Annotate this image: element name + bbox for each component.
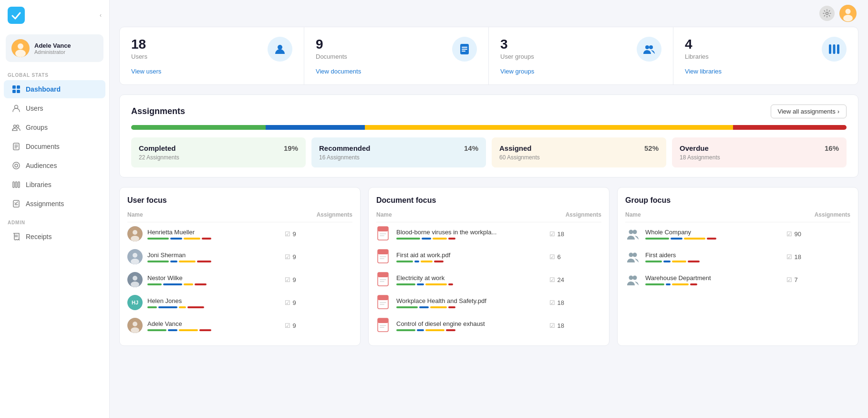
- svg-rect-58: [378, 272, 388, 277]
- group-icon: [625, 249, 641, 264]
- svg-rect-35: [833, 44, 836, 54]
- avatar: [11, 39, 30, 57]
- check-icon: ☑: [549, 230, 555, 238]
- assignments-section: Assignments View all assignments › Compl…: [119, 94, 858, 178]
- svg-rect-6: [17, 90, 20, 93]
- svg-rect-50: [378, 227, 388, 231]
- user-role: Administrator: [34, 49, 71, 55]
- focus-row: User focus Name Assignments Henrietta Mu…: [119, 187, 858, 346]
- view-groups-link[interactable]: View groups: [500, 68, 534, 75]
- svg-rect-68: [380, 327, 384, 328]
- assigned-title: Assigned: [499, 144, 532, 152]
- view-all-assignments-button[interactable]: View all assignments ›: [771, 104, 847, 118]
- documents-icon: [11, 142, 21, 151]
- table-row: Control of diesel engine exhaust ☑ 18: [376, 314, 601, 337]
- sidebar-item-dashboard[interactable]: Dashboard: [4, 80, 105, 98]
- completed-title: Completed: [139, 144, 176, 152]
- stat-documents-label: Documents: [316, 53, 361, 60]
- topbar-user-avatar[interactable]: [839, 5, 857, 22]
- sidebar-item-audiences-label: Audiences: [26, 162, 57, 169]
- table-row: Nestor Wilke ☑ 9: [127, 268, 352, 291]
- user-focus-col-assignments: Assignments: [285, 211, 352, 222]
- sidebar-item-receipts[interactable]: Receipts: [4, 228, 105, 246]
- svg-point-72: [633, 253, 637, 257]
- stat-groups-number: 3: [500, 37, 534, 52]
- svg-rect-66: [378, 318, 388, 323]
- user-info: Adele Vance Administrator: [34, 42, 71, 55]
- svg-point-2: [15, 50, 26, 57]
- sidebar-item-groups[interactable]: Groups: [4, 118, 105, 136]
- check-icon: ☑: [549, 299, 555, 306]
- overdue-title: Overdue: [680, 144, 709, 152]
- stat-libraries-number: 4: [685, 37, 722, 52]
- svg-point-69: [629, 230, 633, 234]
- libraries-stat-icon: [822, 37, 847, 62]
- check-icon: ☑: [285, 299, 290, 306]
- sidebar-item-libraries[interactable]: Libraries: [4, 176, 105, 194]
- check-icon: ☑: [285, 276, 290, 283]
- audiences-icon: [11, 161, 21, 170]
- assignment-card-overdue: Overdue 16% 18 Assignments: [672, 137, 847, 167]
- sidebar-logo-area: ‹: [0, 0, 109, 31]
- group-focus-card: Group focus Name Assignments: [617, 187, 858, 346]
- assigned-sub: 60 Assignments: [499, 154, 659, 161]
- avatar: HJ: [127, 295, 143, 310]
- sidebar-item-users[interactable]: Users: [4, 99, 105, 117]
- assigned-pct: 52%: [644, 144, 659, 152]
- group-focus-col-name: Name: [625, 211, 786, 222]
- assignment-card-completed: Completed 19% 22 Assignments: [131, 137, 306, 167]
- table-row: Workplace Health and Safety.pdf ☑ 18: [376, 291, 601, 314]
- sidebar-item-documents[interactable]: Documents: [4, 137, 105, 156]
- svg-rect-51: [380, 233, 386, 234]
- document-icon: [376, 226, 392, 241]
- assignment-card-assigned: Assigned 52% 60 Assignments: [492, 137, 666, 167]
- svg-point-45: [131, 282, 139, 287]
- sidebar-item-audiences[interactable]: Audiences: [4, 157, 105, 175]
- check-icon: ☑: [786, 253, 792, 261]
- check-icon: ☑: [549, 253, 555, 261]
- svg-rect-3: [12, 85, 16, 89]
- users-icon: [11, 104, 21, 113]
- table-row: Warehouse Department ☑ 7: [625, 268, 850, 291]
- view-libraries-link[interactable]: View libraries: [685, 68, 722, 75]
- svg-rect-34: [829, 44, 831, 54]
- table-row: HJ Helen Jones ☑ 9: [127, 291, 352, 314]
- svg-rect-29: [462, 47, 467, 48]
- sidebar-item-receipts-label: Receipts: [26, 233, 52, 240]
- stat-users-number: 18: [131, 37, 161, 52]
- svg-rect-63: [380, 302, 386, 303]
- sidebar-collapse-button[interactable]: ‹: [100, 12, 102, 19]
- sidebar-item-dashboard-label: Dashboard: [26, 85, 61, 93]
- svg-rect-60: [380, 281, 384, 282]
- view-documents-link[interactable]: View documents: [316, 68, 361, 75]
- doc-focus-table: Name Assignments Blood-borne viruses in …: [376, 211, 601, 337]
- doc-focus-col-assignments: Assignments: [549, 211, 601, 222]
- svg-point-39: [131, 236, 139, 241]
- avatar: [127, 226, 143, 241]
- svg-rect-5: [12, 90, 16, 93]
- svg-rect-18: [18, 182, 20, 188]
- view-users-link[interactable]: View users: [131, 68, 161, 75]
- user-name: Adele Vance: [34, 42, 71, 49]
- table-row: Adele Vance ☑ 9: [127, 314, 352, 337]
- assignment-card-recommended: Recommended 14% 16 Assignments: [311, 137, 486, 167]
- table-row: Henrietta Mueller ☑ 9: [127, 222, 352, 246]
- avatar: [127, 249, 143, 264]
- avatar: [127, 318, 143, 333]
- check-icon: ☑: [285, 230, 290, 238]
- completed-sub: 22 Assignments: [139, 154, 298, 161]
- svg-point-74: [633, 276, 637, 280]
- svg-point-38: [133, 230, 137, 235]
- svg-point-42: [131, 259, 139, 264]
- group-focus-col-assignments: Assignments: [786, 211, 850, 222]
- svg-point-26: [843, 15, 853, 21]
- sidebar-item-documents-label: Documents: [26, 143, 60, 150]
- settings-icon[interactable]: [819, 6, 835, 21]
- sidebar-item-assignments[interactable]: Assignments: [4, 195, 105, 213]
- overdue-pct: 16%: [825, 144, 839, 152]
- svg-point-48: [131, 327, 139, 333]
- dashboard-icon: [11, 84, 21, 94]
- svg-rect-52: [380, 235, 384, 236]
- main-content: 18 Users View users 9 Documents View doc…: [110, 0, 868, 418]
- topbar: [110, 0, 868, 27]
